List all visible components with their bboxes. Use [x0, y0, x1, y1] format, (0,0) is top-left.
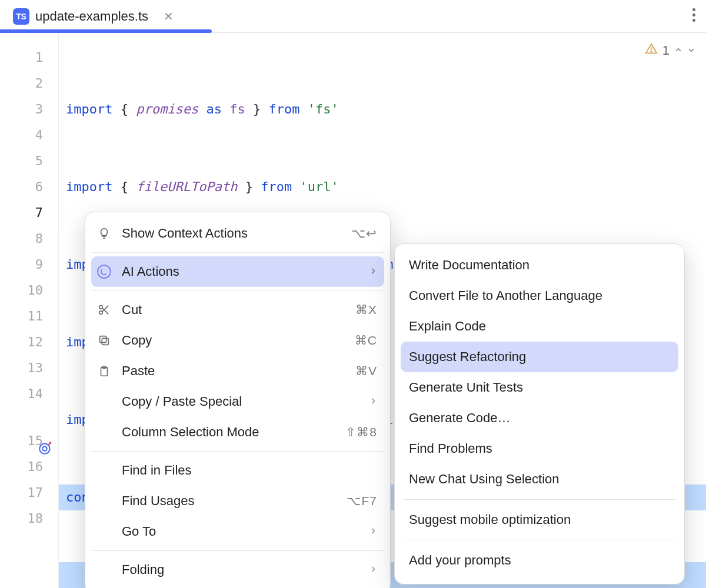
- submenu-label: Convert File to Another Language: [409, 288, 602, 303]
- menu-label: Cut: [122, 302, 346, 318]
- typescript-icon: TS: [13, 8, 29, 25]
- generate-code-item[interactable]: Generate Code…: [395, 403, 684, 433]
- svg-point-3: [42, 446, 47, 451]
- run-target-icon[interactable]: [37, 440, 54, 456]
- new-chat-item[interactable]: New Chat Using Selection: [395, 464, 684, 495]
- submenu-label: Generate Unit Tests: [409, 380, 523, 395]
- chevron-right-icon: [369, 396, 377, 408]
- kebab-menu-icon[interactable]: [692, 8, 695, 22]
- submenu-label: New Chat Using Selection: [409, 472, 560, 487]
- svg-rect-9: [100, 336, 106, 343]
- column-selection-item[interactable]: Column Selection Mode ⇧⌘8: [85, 417, 390, 447]
- generate-unit-tests-item[interactable]: Generate Unit Tests: [395, 372, 684, 403]
- write-documentation-item[interactable]: Write Documentation: [395, 250, 684, 280]
- submenu-label: Add your prompts: [409, 553, 511, 568]
- tab-filename: update-examples.ts: [35, 9, 148, 24]
- submenu-label: Suggest Refactoring: [409, 349, 526, 365]
- menu-label: Find in Files: [122, 463, 377, 478]
- copy-item[interactable]: Copy ⌘C: [85, 325, 390, 356]
- menu-label: AI Actions: [122, 264, 359, 279]
- find-in-files-item[interactable]: Find in Files: [85, 455, 390, 486]
- tab-bar: TS update-examples.ts ✕: [0, 0, 706, 33]
- find-usages-item[interactable]: Find Usages ⌥F7: [85, 486, 390, 516]
- submenu-label: Suggest mobile optimization: [409, 512, 571, 527]
- menu-label: Column Selection Mode: [122, 425, 336, 440]
- menu-label: Copy: [122, 333, 345, 348]
- copy-icon: [96, 334, 112, 347]
- editor-tab[interactable]: TS update-examples.ts ✕: [7, 5, 179, 28]
- context-actions-item[interactable]: Show Context Actions ⌥↩: [85, 218, 390, 249]
- folding-item[interactable]: Folding: [85, 554, 390, 585]
- scissors-icon: [96, 303, 112, 316]
- add-your-prompts-item[interactable]: Add your prompts: [395, 545, 684, 576]
- convert-file-item[interactable]: Convert File to Another Language: [395, 280, 684, 311]
- copy-paste-special-item[interactable]: Copy / Paste Special: [85, 386, 390, 417]
- menu-label: Find Usages: [122, 493, 337, 509]
- shortcut: ⌘V: [355, 364, 377, 378]
- shortcut: ⌘C: [355, 333, 377, 348]
- svg-point-2: [39, 443, 49, 453]
- menu-label: Show Context Actions: [122, 226, 342, 241]
- gutter: 1 2 3 4 5 6 7 8 9 10 11 12 13 14 15 16 1…: [0, 33, 59, 588]
- clipboard-icon: [96, 365, 112, 377]
- shortcut: ⌥F7: [347, 494, 377, 508]
- chevron-right-icon: [369, 266, 377, 278]
- menu-label: Folding: [122, 562, 359, 577]
- suggest-refactoring-item[interactable]: Suggest Refactoring: [401, 342, 678, 372]
- chevron-right-icon: [369, 526, 377, 538]
- find-problems-item[interactable]: Find Problems: [395, 433, 684, 464]
- close-tab-icon[interactable]: ✕: [164, 9, 174, 24]
- svg-rect-8: [102, 338, 108, 345]
- submenu-label: Write Documentation: [409, 258, 530, 273]
- chevron-right-icon: [369, 564, 377, 576]
- submenu-label: Explain Code: [409, 319, 486, 334]
- context-menu: Show Context Actions ⌥↩ AI Actions Cut ⌘…: [85, 212, 391, 588]
- mobile-optimization-item[interactable]: Suggest mobile optimization: [395, 505, 684, 535]
- cut-item[interactable]: Cut ⌘X: [85, 295, 390, 325]
- menu-label: Paste: [122, 363, 346, 379]
- submenu-label: Find Problems: [409, 441, 492, 456]
- menu-label: Go To: [122, 524, 359, 539]
- shortcut: ⌘X: [355, 303, 377, 317]
- paste-item[interactable]: Paste ⌘V: [85, 356, 390, 386]
- shortcut: ⇧⌘8: [345, 425, 377, 439]
- shortcut: ⌥↩: [351, 226, 377, 240]
- explain-code-item[interactable]: Explain Code: [395, 311, 684, 342]
- ai-swirl-icon: [96, 265, 112, 279]
- submenu-label: Generate Code…: [409, 410, 510, 426]
- ai-actions-item[interactable]: AI Actions: [91, 256, 384, 287]
- menu-label: Copy / Paste Special: [122, 394, 359, 409]
- ai-actions-submenu: Write Documentation Convert File to Anot…: [394, 243, 685, 584]
- bulb-icon: [96, 227, 112, 240]
- goto-item[interactable]: Go To: [85, 516, 390, 547]
